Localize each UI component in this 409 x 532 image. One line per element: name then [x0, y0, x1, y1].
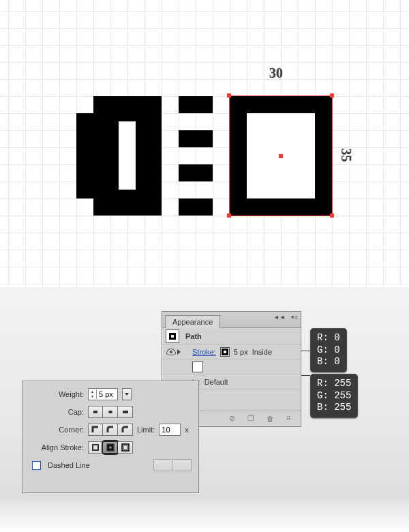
stepper-down-icon[interactable]: ▼: [89, 394, 96, 399]
selection-handle[interactable]: [330, 93, 334, 98]
shape-segment: [179, 198, 213, 216]
object-label: Path: [185, 332, 202, 340]
align-center-icon: [91, 443, 100, 452]
shape-segment: [179, 130, 213, 147]
panel-tabbar: Appearance ◄◄ ▾≡: [162, 312, 301, 328]
visibility-icon[interactable]: [166, 347, 176, 357]
svg-rect-5: [108, 445, 112, 449]
weight-stepper[interactable]: ▲▼: [88, 388, 118, 400]
selection-handle[interactable]: [330, 213, 334, 218]
cap-square-icon: [121, 407, 130, 417]
dash-option-button[interactable]: [153, 459, 172, 471]
rgb-fill-b: B: 255: [317, 402, 351, 414]
panel-collapse-icon[interactable]: ◄◄: [273, 314, 286, 321]
weight-dropdown[interactable]: [122, 388, 132, 400]
appearance-stroke-row[interactable]: Stroke: 5 px Inside: [162, 344, 301, 359]
corner-bevel-icon: [121, 425, 130, 434]
dashed-line-checkbox[interactable]: [32, 461, 41, 470]
duplicate-icon[interactable]: ❐: [247, 414, 254, 423]
trash-icon[interactable]: 🗑: [267, 415, 274, 423]
dimension-height: 35: [338, 149, 354, 162]
cap-round-icon: [106, 407, 115, 417]
panel-menu-icon[interactable]: ▾≡: [291, 314, 298, 321]
cap-group: [88, 406, 133, 418]
weight-label: Weight:: [29, 390, 84, 398]
cap-square-button[interactable]: [118, 406, 133, 418]
svg-rect-6: [123, 445, 127, 449]
selection-handle[interactable]: [227, 93, 231, 98]
rgb-stroke-r: R: 0: [317, 332, 340, 344]
selection-center[interactable]: [279, 154, 283, 158]
limit-label: Limit:: [137, 426, 155, 434]
dash-options-group: [153, 459, 192, 471]
rgb-fill-g: G: 255: [317, 390, 351, 402]
svg-rect-1: [108, 411, 112, 413]
cap-butt-icon: [91, 407, 100, 417]
shape-segment: [179, 164, 213, 181]
align-stroke-label: Align Stroke:: [29, 443, 84, 452]
corner-miter-button[interactable]: [88, 424, 103, 436]
stepper-up-icon[interactable]: ▲: [89, 389, 96, 394]
rgb-fill-r: R: 255: [317, 378, 351, 390]
stroke-weight-value: 5 px: [234, 348, 248, 356]
svg-rect-0: [93, 411, 97, 413]
object-thumb: [166, 330, 179, 342]
stroke-color-swatch[interactable]: [220, 347, 230, 357]
dash-option-button[interactable]: [172, 459, 192, 471]
tab-appearance[interactable]: Appearance: [165, 315, 220, 328]
rgb-stroke-b: B: 0: [317, 356, 340, 368]
rgb-fill-tag: R: 255 G: 255 B: 255: [310, 374, 358, 418]
shape-cap: [76, 113, 93, 198]
appearance-fill-row[interactable]: [162, 359, 301, 374]
corner-group: [88, 424, 133, 436]
align-stroke-group: [88, 441, 133, 454]
appearance-object-row[interactable]: Path: [162, 328, 301, 344]
artboard-canvas[interactable]: 30 35: [0, 0, 409, 287]
dimension-width: 30: [269, 65, 283, 81]
corner-round-icon: [106, 425, 115, 434]
weight-input[interactable]: [97, 390, 117, 398]
stroke-panel[interactable]: Weight: ▲▼ Cap: Corner: Limit:: [22, 381, 199, 493]
corner-miter-icon: [91, 425, 100, 434]
align-outside-icon: [121, 443, 130, 452]
dashed-line-label: Dashed Line: [48, 461, 90, 469]
shape-segment: [179, 96, 213, 113]
align-outside-button[interactable]: [118, 441, 133, 454]
corner-round-button[interactable]: [103, 424, 118, 436]
panels-area: R: 0 G: 0 B: 0 R: 255 G: 255 B: 255 Appe…: [0, 287, 409, 532]
cap-round-button[interactable]: [103, 406, 118, 418]
shape-cutout: [119, 121, 136, 190]
limit-suffix: x: [185, 426, 189, 434]
rgb-stroke-tag: R: 0 G: 0 B: 0: [310, 328, 347, 372]
stroke-link[interactable]: Stroke:: [192, 348, 216, 356]
corner-label: Corner:: [29, 426, 84, 434]
align-inside-icon: [106, 443, 115, 452]
artwork-stage: [76, 96, 334, 216]
no-icon[interactable]: ⊘: [229, 414, 235, 423]
resize-grip-icon[interactable]: ⠿: [286, 415, 291, 422]
disclosure-icon[interactable]: [177, 349, 181, 355]
align-inside-button[interactable]: [103, 441, 118, 454]
fill-color-swatch[interactable]: [192, 361, 203, 372]
cap-label: Cap:: [29, 408, 84, 416]
limit-input[interactable]: [159, 424, 181, 436]
selection-handle[interactable]: [227, 213, 231, 218]
corner-bevel-button[interactable]: [118, 424, 133, 436]
stroke-align-value: Inside: [252, 348, 272, 356]
rgb-stroke-g: G: 0: [317, 344, 340, 357]
cap-butt-button[interactable]: [88, 406, 103, 418]
align-center-button[interactable]: [88, 441, 103, 454]
svg-rect-2: [123, 411, 128, 413]
svg-rect-3: [93, 445, 98, 450]
opacity-value: Default: [204, 378, 228, 386]
